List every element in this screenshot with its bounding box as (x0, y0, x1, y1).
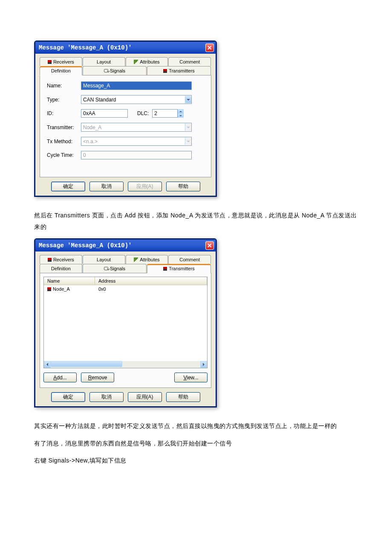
tab-signals[interactable]: Signals (83, 264, 147, 273)
transmitter-label: Transmitter: (47, 124, 81, 130)
paragraph-3: 有了消息，消息里携带的东西自然是信号咯，那么我们开始创建一个信号 (34, 438, 358, 449)
transmitters-list[interactable]: Name Address Node_A 0x0 (43, 277, 208, 368)
cycletime-field (81, 151, 192, 159)
header-name[interactable]: Name (44, 277, 95, 285)
header-address[interactable]: Address (95, 277, 207, 285)
dialog-body: Receivers Layout Attributes Comment Defi… (35, 54, 216, 196)
list-rows: Node_A 0x0 (44, 285, 207, 361)
node-icon (48, 258, 52, 262)
tab-definition[interactable]: Definition (40, 264, 82, 273)
tab-strip: Receivers Layout Attributes Comment Defi… (40, 255, 211, 273)
action-row: Add... Remove View... (43, 373, 208, 384)
signal-icon (104, 267, 108, 270)
tab-receivers[interactable]: Receivers (40, 255, 82, 264)
node-icon (163, 69, 167, 73)
node-icon (48, 60, 52, 64)
list-item[interactable]: Node_A 0x0 (44, 285, 207, 293)
tab-content: Name: Type: CAN Standard ID: DLC: (40, 75, 211, 177)
paragraph-1: 然后在 Transmitters 页面，点击 Add 按钮，添加 Node_A … (34, 210, 358, 232)
dlc-spinner[interactable] (178, 109, 184, 118)
node-icon (163, 267, 167, 271)
tab-receivers[interactable]: Receivers (40, 57, 82, 66)
remove-button[interactable]: Remove (81, 373, 114, 382)
apply-button: 应用(A) (128, 182, 162, 191)
txmethod-label: Tx Method: (47, 139, 81, 145)
tab-layout[interactable]: Layout (83, 57, 125, 66)
list-header: Name Address (44, 277, 207, 285)
tab-transmitters[interactable]: Transmitters (147, 264, 211, 273)
pencil-icon (134, 60, 138, 64)
tab-comment[interactable]: Comment (168, 57, 211, 66)
spinner-down-icon[interactable] (178, 113, 184, 118)
tab-layout[interactable]: Layout (83, 255, 125, 264)
transmitter-dropdown: Node_A (81, 123, 192, 132)
window-title: Message 'Message_A (0x10)' (39, 242, 132, 249)
dlc-label: DLC: (137, 110, 149, 116)
name-label: Name: (47, 83, 81, 89)
type-dropdown[interactable]: CAN Standard (81, 95, 192, 104)
paragraph-4: 右键 Signals->New,填写如下信息 (34, 455, 358, 466)
scroll-right-icon[interactable] (200, 361, 207, 368)
tab-transmitters[interactable]: Transmitters (147, 66, 211, 75)
dlc-field[interactable] (152, 109, 178, 118)
chevron-down-icon (185, 124, 191, 131)
signal-icon (104, 69, 108, 72)
titlebar[interactable]: Message 'Message_A (0x10)' ✕ (35, 42, 216, 54)
message-dialog-definition: Message 'Message_A (0x10)' ✕ Receivers L… (34, 40, 217, 197)
help-button[interactable]: 帮助 (166, 182, 200, 191)
tab-definition[interactable]: Definition (40, 66, 82, 75)
titlebar[interactable]: Message 'Message_A (0x10)' ✕ (35, 240, 216, 251)
scroll-thumb[interactable] (51, 361, 122, 367)
tab-comment[interactable]: Comment (168, 255, 211, 264)
view-button[interactable]: View... (174, 373, 208, 382)
chevron-down-icon[interactable] (185, 96, 191, 103)
horizontal-scrollbar[interactable] (44, 361, 207, 368)
window-title: Message 'Message_A (0x10)' (39, 44, 132, 51)
close-icon[interactable]: ✕ (205, 43, 214, 52)
name-field[interactable] (81, 81, 192, 90)
node-icon (47, 287, 51, 291)
help-button[interactable]: 帮助 (166, 392, 200, 402)
dialog-body: Receivers Layout Attributes Comment Defi… (35, 251, 216, 406)
add-button[interactable]: Add... (43, 373, 77, 382)
tab-content: Name Address Node_A 0x0 (40, 273, 211, 388)
txmethod-dropdown: <n.a.> (81, 137, 192, 146)
id-field[interactable] (81, 109, 128, 118)
scroll-left-icon[interactable] (44, 361, 51, 368)
message-dialog-transmitters: Message 'Message_A (0x10)' ✕ Receivers L… (34, 238, 217, 408)
tab-signals[interactable]: Signals (83, 66, 147, 75)
tab-attributes[interactable]: Attributes (126, 57, 168, 66)
tab-attributes[interactable]: Attributes (126, 255, 168, 264)
cancel-button[interactable]: 取消 (89, 182, 124, 191)
scroll-track[interactable] (51, 361, 200, 368)
apply-button[interactable]: 应用(A) (128, 392, 162, 402)
spinner-up-icon[interactable] (178, 109, 184, 113)
dialog-buttons: 确定 取消 应用(A) 帮助 (40, 177, 211, 191)
id-label: ID: (47, 110, 81, 116)
tab-strip: Receivers Layout Attributes Comment Defi… (40, 57, 211, 75)
type-label: Type: (47, 97, 81, 103)
cancel-button[interactable]: 取消 (89, 392, 124, 402)
pencil-icon (134, 257, 138, 262)
dialog-buttons: 确定 取消 应用(A) 帮助 (40, 388, 211, 402)
paragraph-2: 其实还有一种方法就是，此时暂时不定义发送节点，然后直接以拖曳的方式拖曳到发送节点… (34, 420, 358, 432)
cycletime-label: Cycle Time: (47, 152, 81, 158)
chevron-down-icon (185, 138, 191, 145)
ok-button[interactable]: 确定 (51, 182, 85, 191)
ok-button[interactable]: 确定 (51, 392, 85, 402)
close-icon[interactable]: ✕ (205, 241, 214, 250)
